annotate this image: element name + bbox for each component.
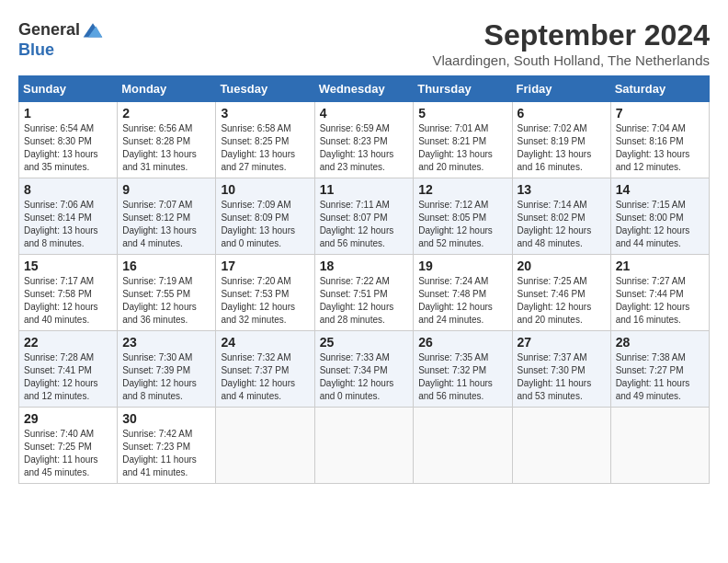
day-info: Sunrise: 7:15 AMSunset: 8:00 PMDaylight:… xyxy=(616,200,690,248)
day-info: Sunrise: 7:07 AMSunset: 8:12 PMDaylight:… xyxy=(122,200,197,248)
day-number: 3 xyxy=(221,106,309,121)
calendar-week-2: 8 Sunrise: 7:06 AMSunset: 8:14 PMDayligh… xyxy=(19,178,710,255)
logo: General Blue xyxy=(18,18,104,60)
day-info: Sunrise: 7:02 AMSunset: 8:19 PMDaylight:… xyxy=(518,123,592,172)
table-row: 28 Sunrise: 7:38 AMSunset: 7:27 PMDaylig… xyxy=(610,331,709,408)
table-row: 14 Sunrise: 7:15 AMSunset: 8:00 PMDaylig… xyxy=(610,178,709,255)
subtitle: Vlaardingen, South Holland, The Netherla… xyxy=(432,52,710,68)
table-row: 3 Sunrise: 6:58 AMSunset: 8:25 PMDayligh… xyxy=(216,102,314,178)
day-number: 9 xyxy=(122,182,210,197)
day-number: 26 xyxy=(418,335,506,350)
day-number: 23 xyxy=(122,335,210,350)
day-number: 30 xyxy=(122,411,210,426)
day-number: 22 xyxy=(24,335,112,350)
day-info: Sunrise: 7:25 AMSunset: 7:46 PMDaylight:… xyxy=(518,276,592,325)
table-row xyxy=(512,408,610,484)
col-wednesday: Wednesday xyxy=(314,76,414,102)
logo-general-text: General xyxy=(18,20,80,40)
day-info: Sunrise: 7:17 AMSunset: 7:58 PMDaylight:… xyxy=(24,276,98,325)
day-number: 14 xyxy=(616,182,704,197)
table-row xyxy=(216,408,314,484)
day-number: 2 xyxy=(122,106,210,121)
day-info: Sunrise: 6:56 AMSunset: 8:28 PMDaylight:… xyxy=(122,123,197,172)
day-number: 1 xyxy=(24,106,112,121)
table-row: 10 Sunrise: 7:09 AMSunset: 8:09 PMDaylig… xyxy=(216,178,314,255)
table-row: 27 Sunrise: 7:37 AMSunset: 7:30 PMDaylig… xyxy=(512,331,610,408)
calendar: Sunday Monday Tuesday Wednesday Thursday… xyxy=(18,75,710,484)
calendar-week-5: 29 Sunrise: 7:40 AMSunset: 7:25 PMDaylig… xyxy=(19,408,710,484)
day-number: 15 xyxy=(24,259,112,273)
day-number: 5 xyxy=(418,106,506,121)
day-info: Sunrise: 7:28 AMSunset: 7:41 PMDaylight:… xyxy=(24,352,98,401)
table-row: 11 Sunrise: 7:11 AMSunset: 8:07 PMDaylig… xyxy=(314,178,414,255)
day-info: Sunrise: 7:30 AMSunset: 7:39 PMDaylight:… xyxy=(122,352,197,401)
calendar-week-3: 15 Sunrise: 7:17 AMSunset: 7:58 PMDaylig… xyxy=(19,255,710,331)
day-number: 4 xyxy=(320,106,409,121)
day-number: 21 xyxy=(616,259,704,273)
table-row: 1 Sunrise: 6:54 AMSunset: 8:30 PMDayligh… xyxy=(19,102,118,178)
day-info: Sunrise: 7:33 AMSunset: 7:34 PMDaylight:… xyxy=(320,352,394,401)
day-number: 10 xyxy=(221,182,309,197)
logo-icon xyxy=(82,18,104,40)
table-row: 29 Sunrise: 7:40 AMSunset: 7:25 PMDaylig… xyxy=(19,408,118,484)
day-info: Sunrise: 7:20 AMSunset: 7:53 PMDaylight:… xyxy=(221,276,295,325)
day-info: Sunrise: 7:35 AMSunset: 7:32 PMDaylight:… xyxy=(418,352,493,401)
day-info: Sunrise: 6:58 AMSunset: 8:25 PMDaylight:… xyxy=(221,123,295,172)
col-thursday: Thursday xyxy=(414,76,512,102)
day-info: Sunrise: 7:01 AMSunset: 8:21 PMDaylight:… xyxy=(418,123,493,172)
table-row xyxy=(610,408,709,484)
logo-blue-text: Blue xyxy=(18,40,54,60)
table-row: 4 Sunrise: 6:59 AMSunset: 8:23 PMDayligh… xyxy=(314,102,414,178)
day-number: 29 xyxy=(24,411,112,426)
table-row: 15 Sunrise: 7:17 AMSunset: 7:58 PMDaylig… xyxy=(19,255,118,331)
day-number: 17 xyxy=(221,259,309,273)
table-row: 20 Sunrise: 7:25 AMSunset: 7:46 PMDaylig… xyxy=(512,255,610,331)
calendar-body: 1 Sunrise: 6:54 AMSunset: 8:30 PMDayligh… xyxy=(19,102,710,484)
table-row: 17 Sunrise: 7:20 AMSunset: 7:53 PMDaylig… xyxy=(216,255,314,331)
table-row xyxy=(314,408,414,484)
table-row: 30 Sunrise: 7:42 AMSunset: 7:23 PMDaylig… xyxy=(118,408,216,484)
day-info: Sunrise: 6:54 AMSunset: 8:30 PMDaylight:… xyxy=(24,123,98,172)
day-info: Sunrise: 7:40 AMSunset: 7:25 PMDaylight:… xyxy=(24,429,98,477)
day-info: Sunrise: 7:22 AMSunset: 7:51 PMDaylight:… xyxy=(320,276,394,325)
day-number: 18 xyxy=(320,259,409,273)
day-info: Sunrise: 6:59 AMSunset: 8:23 PMDaylight:… xyxy=(320,123,394,172)
header-row: Sunday Monday Tuesday Wednesday Thursday… xyxy=(19,76,710,102)
table-row: 9 Sunrise: 7:07 AMSunset: 8:12 PMDayligh… xyxy=(118,178,216,255)
day-number: 24 xyxy=(221,335,309,350)
day-number: 19 xyxy=(418,259,506,273)
table-row: 16 Sunrise: 7:19 AMSunset: 7:55 PMDaylig… xyxy=(118,255,216,331)
table-row: 7 Sunrise: 7:04 AMSunset: 8:16 PMDayligh… xyxy=(610,102,709,178)
day-number: 28 xyxy=(616,335,704,350)
calendar-week-4: 22 Sunrise: 7:28 AMSunset: 7:41 PMDaylig… xyxy=(19,331,710,408)
day-info: Sunrise: 7:24 AMSunset: 7:48 PMDaylight:… xyxy=(418,276,493,325)
table-row: 18 Sunrise: 7:22 AMSunset: 7:51 PMDaylig… xyxy=(314,255,414,331)
day-info: Sunrise: 7:06 AMSunset: 8:14 PMDaylight:… xyxy=(24,200,98,248)
day-number: 27 xyxy=(518,335,606,350)
day-info: Sunrise: 7:37 AMSunset: 7:30 PMDaylight:… xyxy=(518,352,592,401)
calendar-header: Sunday Monday Tuesday Wednesday Thursday… xyxy=(19,76,710,102)
calendar-week-1: 1 Sunrise: 6:54 AMSunset: 8:30 PMDayligh… xyxy=(19,102,710,178)
day-info: Sunrise: 7:19 AMSunset: 7:55 PMDaylight:… xyxy=(122,276,197,325)
day-info: Sunrise: 7:38 AMSunset: 7:27 PMDaylight:… xyxy=(616,352,690,401)
table-row: 24 Sunrise: 7:32 AMSunset: 7:37 PMDaylig… xyxy=(216,331,314,408)
table-row: 12 Sunrise: 7:12 AMSunset: 8:05 PMDaylig… xyxy=(414,178,512,255)
day-info: Sunrise: 7:04 AMSunset: 8:16 PMDaylight:… xyxy=(616,123,690,172)
day-number: 20 xyxy=(518,259,606,273)
table-row: 2 Sunrise: 6:56 AMSunset: 8:28 PMDayligh… xyxy=(118,102,216,178)
day-info: Sunrise: 7:09 AMSunset: 8:09 PMDaylight:… xyxy=(221,200,295,248)
col-friday: Friday xyxy=(512,76,610,102)
table-row: 25 Sunrise: 7:33 AMSunset: 7:34 PMDaylig… xyxy=(314,331,414,408)
day-info: Sunrise: 7:12 AMSunset: 8:05 PMDaylight:… xyxy=(418,200,493,248)
table-row: 21 Sunrise: 7:27 AMSunset: 7:44 PMDaylig… xyxy=(610,255,709,331)
table-row: 6 Sunrise: 7:02 AMSunset: 8:19 PMDayligh… xyxy=(512,102,610,178)
table-row: 19 Sunrise: 7:24 AMSunset: 7:48 PMDaylig… xyxy=(414,255,512,331)
col-saturday: Saturday xyxy=(610,76,709,102)
col-sunday: Sunday xyxy=(19,76,118,102)
table-row: 8 Sunrise: 7:06 AMSunset: 8:14 PMDayligh… xyxy=(19,178,118,255)
day-info: Sunrise: 7:42 AMSunset: 7:23 PMDaylight:… xyxy=(122,429,197,477)
table-row xyxy=(414,408,512,484)
table-row: 5 Sunrise: 7:01 AMSunset: 8:21 PMDayligh… xyxy=(414,102,512,178)
header: General Blue September 2024 Vlaardingen,… xyxy=(18,18,710,68)
day-number: 8 xyxy=(24,182,112,197)
